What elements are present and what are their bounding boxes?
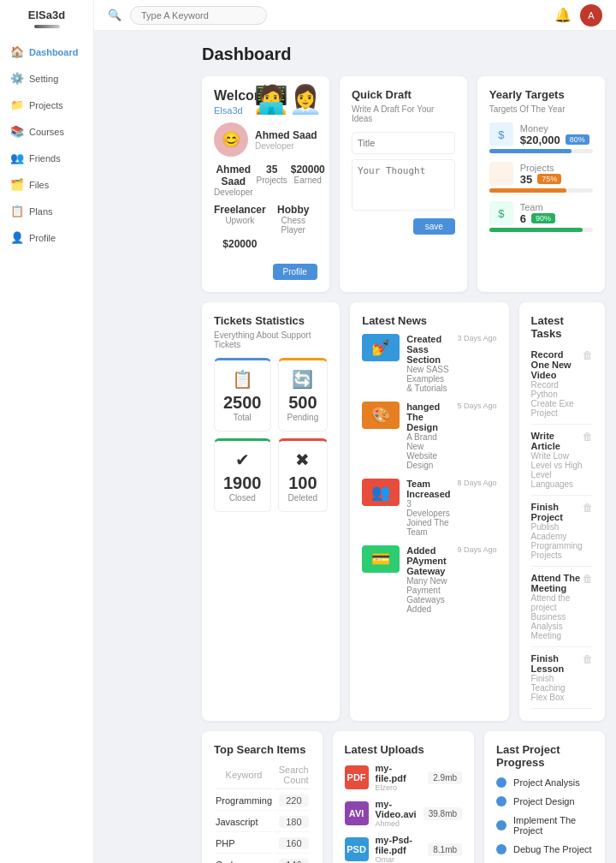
notification-icon[interactable]: 🔔 (554, 7, 572, 23)
task-delete-icon[interactable]: 🗑 (583, 349, 593, 361)
news-item: 👥 Team Increased 3 Developers Joined The… (362, 479, 496, 537)
latest-tasks-card: Latest Tasks Record One New Video Record… (519, 302, 605, 721)
ticket-count: 500 (287, 393, 319, 413)
tickets-card: Tickets Statistics Everything About Supp… (202, 302, 340, 721)
news-desc: Many New Payment Gateways Added (406, 576, 450, 614)
tickets-title: Tickets Statistics (214, 314, 328, 327)
ticket-label: Deleted (287, 493, 319, 503)
count-cell: 220 (274, 791, 309, 811)
keyword-cell: Programming (216, 791, 272, 811)
task-desc: Attend the project Business Analysis Mee… (531, 593, 583, 640)
sidebar-item-label: Courses (29, 127, 64, 137)
target-item: $ Team 6 90% (489, 201, 593, 232)
upload-item: PSD my-Psd-file.pdf Omar 8.1mb (345, 835, 462, 863)
latest-news-card: Latest News 💅 Created Sass Section New S… (350, 302, 508, 721)
news-title: Team Increased (406, 479, 450, 499)
user-avatar[interactable]: A (580, 4, 602, 27)
progress-bar (489, 149, 593, 153)
sidebar-item-profile[interactable]: 👤 Profile (0, 224, 93, 251)
search-col-count: Search Count (274, 761, 309, 789)
sidebar-item-label: Friends (29, 153, 61, 164)
main-content: Dashboard Welcome Elsa3d 😊 Ahmed Saad De… (188, 31, 616, 863)
dashboard-icon: 🏠 (10, 45, 24, 58)
target-label: Money (520, 123, 589, 134)
logo-decoration (34, 25, 60, 28)
table-row: Programming 220 (216, 791, 309, 811)
target-item: Projects 35 75% (489, 162, 593, 193)
count-badge: 146 (279, 859, 308, 863)
top-search-card: Top Search Items Keyword Search Count Pr… (202, 731, 323, 863)
task-item: Record One New Video Record Python Creat… (531, 343, 593, 425)
sidebar-item-label: Files (29, 180, 49, 190)
task-delete-icon[interactable]: 🗑 (583, 431, 593, 443)
ticket-box: 🔄 500 Pending (278, 358, 329, 432)
news-thumb: 🎨 (362, 402, 400, 429)
save-button[interactable]: save (413, 218, 455, 235)
table-row: Javascript 180 (216, 812, 309, 832)
sidebar-item-label: Projects (29, 100, 63, 110)
projects-icon: 📁 (10, 98, 24, 111)
page-title: Dashboard (202, 45, 605, 64)
target-label: Team (520, 202, 555, 212)
target-badge: 90% (531, 213, 555, 223)
progress-label: Implement The Project (513, 815, 593, 836)
target-value: $20,000 (520, 134, 560, 146)
sidebar-item-files[interactable]: 🗂️ Files (0, 171, 93, 198)
draft-thought-input[interactable] (352, 159, 455, 211)
ticket-icon: ✔ (223, 449, 262, 470)
draft-title-input[interactable] (352, 132, 455, 154)
keyword-cell: Code (216, 855, 272, 863)
profile-button[interactable]: Profile (273, 264, 317, 280)
app-logo: ElSa3d (28, 9, 65, 21)
sidebar-item-plans[interactable]: 📋 Plans (0, 198, 93, 224)
stat-earned: $20000Earned (291, 164, 325, 197)
task-delete-icon[interactable]: 🗑 (583, 573, 593, 585)
upload-by: Ahmed (376, 819, 417, 828)
sidebar-item-projects[interactable]: 📁 Projects (0, 92, 93, 118)
ticket-icon: 🔄 (287, 369, 319, 390)
count-badge: 180 (279, 816, 308, 828)
stat-name: Ahmed SaadDeveloper (214, 164, 253, 197)
sidebar-item-label: Dashboard (29, 47, 78, 57)
upload-name: my-Video.avi (376, 799, 417, 819)
keyword-cell: PHP (216, 834, 272, 854)
files-icon: 🗂️ (10, 178, 24, 191)
target-value: 35 (520, 173, 532, 186)
sidebar-item-friends[interactable]: 👥 Friends (0, 145, 93, 171)
ticket-count: 100 (287, 473, 319, 493)
ticket-box: 📋 2500 Total (214, 358, 271, 432)
sidebar-item-setting[interactable]: ⚙️ Setting (0, 65, 93, 92)
list-item: Project Analysis (496, 777, 593, 788)
plans-icon: 📋 (10, 205, 24, 217)
project-progress-title: Last Project Progress (496, 743, 593, 769)
progress-dot (496, 796, 506, 806)
count-cell: 160 (274, 834, 309, 854)
list-item: Implement The Project (496, 815, 593, 836)
news-time: 9 Days Ago (458, 545, 497, 554)
quick-draft-title: Quick Draft (352, 88, 455, 101)
progress-label: Project Analysis (513, 777, 580, 788)
ticket-icon: 📋 (223, 369, 262, 390)
user-name: Ahmed Saad (255, 129, 317, 141)
ticket-box: ✔ 1900 Closed (214, 438, 271, 512)
target-item: $ Money $20,000 80% (489, 122, 593, 153)
file-icon: AVI (345, 801, 369, 825)
progress-dot (496, 844, 506, 854)
sidebar-item-courses[interactable]: 📚 Courses (0, 118, 93, 145)
keyword-cell: Javascript (216, 812, 272, 832)
ticket-count: 2500 (223, 393, 262, 413)
sidebar-item-label: Setting (29, 74, 58, 84)
sidebar-item-dashboard[interactable]: 🏠 Dashboard (0, 39, 93, 65)
task-title: Write Article (531, 431, 583, 451)
task-item: Finish Lesson Finish Teaching Flex Box 🗑 (531, 647, 593, 709)
task-delete-icon[interactable]: 🗑 (583, 653, 593, 665)
search-input[interactable] (130, 6, 267, 25)
list-item: Project Design (496, 796, 593, 806)
task-desc: Finish Teaching Flex Box (531, 674, 583, 702)
count-badge: 220 (279, 795, 308, 806)
sidebar-item-label: Plans (29, 206, 53, 217)
progress-label: Debug The Project (513, 844, 592, 854)
task-delete-icon[interactable]: 🗑 (583, 502, 593, 514)
upload-by: Omar (376, 855, 422, 863)
ticket-label: Total (223, 413, 262, 422)
